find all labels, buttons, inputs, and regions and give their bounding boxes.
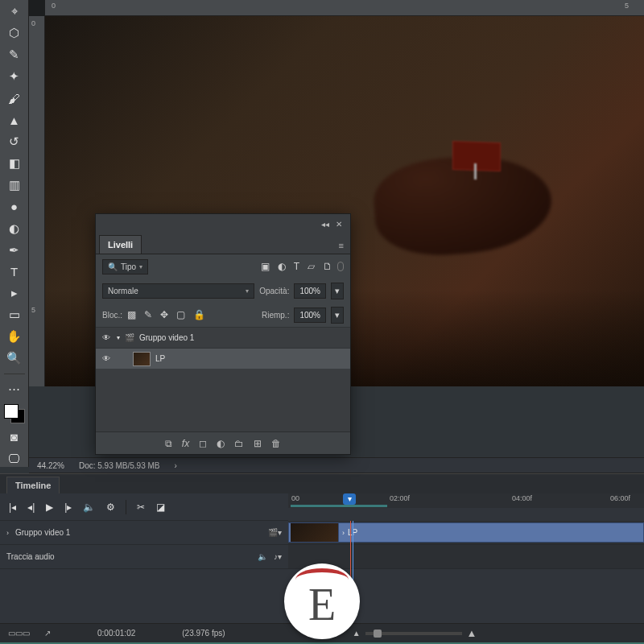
collapse-icon[interactable]: ◂◂ — [318, 220, 332, 229]
expand-track-icon[interactable]: › — [6, 529, 9, 537]
mountain-large-icon: ▲ — [467, 627, 477, 639]
timeline-zoom[interactable]: ▲ ▲ — [353, 627, 477, 639]
filter-shape-icon[interactable]: ▱ — [308, 261, 315, 272]
settings-icon[interactable]: ⚙ — [104, 500, 118, 514]
split-clip-icon[interactable]: ✂ — [134, 500, 147, 514]
go-start-icon[interactable]: |◂ — [6, 500, 19, 514]
path-select-icon[interactable]: ▸ — [6, 285, 23, 302]
link-layers-icon[interactable]: ⧉ — [165, 438, 172, 449]
layer-mask-icon[interactable]: ◻ — [199, 438, 207, 449]
audio-track-icon[interactable]: ♪▾ — [274, 552, 282, 561]
clip-expand-icon[interactable]: › — [342, 529, 345, 537]
filter-type-dropdown[interactable]: 🔍 Tipo ▾ — [102, 259, 148, 275]
time-ruler[interactable]: 00 ▾ 02:00f 04:00f 06:00f — [288, 493, 644, 508]
filter-type-icon[interactable]: T — [294, 261, 299, 272]
quickmask-icon[interactable]: ◙ — [6, 428, 23, 445]
mute-icon[interactable]: 🔈 — [80, 500, 97, 514]
video-track[interactable]: › Gruppo video 1 🎬▾ › LP — [0, 521, 644, 545]
filter-smart-icon[interactable]: 🗋 — [323, 261, 332, 272]
opacity-value[interactable]: 100% — [294, 283, 326, 299]
layer-group-icon[interactable]: 🗀 — [234, 438, 244, 449]
gradient-icon[interactable]: ▥ — [6, 176, 23, 193]
stamp-icon[interactable]: ▲ — [6, 112, 23, 129]
layer-group-row[interactable]: 👁 ▾ 🎬 Gruppo video 1 — [96, 327, 350, 348]
group-name: Gruppo video 1 — [139, 333, 194, 342]
panel-header[interactable]: ◂◂ ✕ — [96, 214, 350, 233]
edit-toolbar-icon[interactable]: ⋯ — [6, 381, 23, 398]
filter-image-icon[interactable]: ▣ — [261, 261, 270, 272]
lock-position-icon[interactable]: ✥ — [160, 309, 168, 320]
video-group-icon: 🎬 — [125, 333, 134, 342]
tab-timeline[interactable]: Timeline — [6, 477, 60, 493]
export-icon[interactable]: ↗ — [44, 629, 51, 638]
ruler-tick: 0 — [31, 19, 35, 27]
mountain-small-icon: ▲ — [353, 629, 361, 638]
fill-value[interactable]: 100% — [294, 308, 326, 323]
play-icon[interactable]: ▶ — [43, 500, 56, 514]
lock-pixels-icon[interactable]: ▩ — [127, 309, 136, 320]
status-more-icon[interactable]: › — [175, 461, 177, 470]
time-tick: 04:00f — [512, 494, 532, 502]
visibility-icon[interactable]: 👁 — [101, 333, 112, 342]
lock-all-icon[interactable]: 🔒 — [193, 309, 205, 320]
layer-thumbnail[interactable] — [133, 352, 151, 366]
ruler-tick: 0 — [52, 2, 56, 10]
blur-icon[interactable]: ● — [6, 198, 23, 215]
zoom-level[interactable]: 44.22% — [37, 461, 64, 470]
blend-mode-dropdown[interactable]: Normale ▾ — [102, 283, 254, 299]
screenmode-icon[interactable]: 🖵 — [6, 450, 23, 467]
history-brush-icon[interactable]: ↺ — [6, 134, 23, 151]
layer-list: 👁 ▾ 🎬 Gruppo video 1 👁 LP — [96, 327, 350, 431]
color-swatches[interactable] — [4, 404, 25, 424]
transition-icon[interactable]: ◪ — [154, 500, 167, 514]
layers-panel: ◂◂ ✕ Livelli ≡ 🔍 Tipo ▾ ▣ ◐ T ▱ 🗋 Normal… — [95, 213, 351, 455]
hand-tool-icon[interactable]: ✋ — [6, 328, 23, 345]
prev-frame-icon[interactable]: ◂| — [25, 500, 37, 514]
crop-tool-icon[interactable]: ⌖ — [6, 3, 23, 20]
work-area-bar[interactable] — [291, 505, 387, 507]
visibility-icon[interactable]: 👁 — [101, 354, 112, 363]
filter-adjust-icon[interactable]: ◐ — [278, 261, 286, 272]
tab-layers[interactable]: Livelli — [99, 235, 142, 254]
close-icon[interactable]: ✕ — [332, 220, 345, 229]
clip-thumbnail — [291, 523, 339, 542]
pen-icon[interactable]: ✒ — [6, 242, 23, 258]
current-time[interactable]: 0:00:01:02 — [97, 629, 135, 638]
shape-tool-icon[interactable]: ▭ — [6, 307, 23, 324]
healing-brush-icon[interactable]: ✦ — [6, 68, 23, 85]
layer-name: LP — [155, 354, 165, 363]
zoom-tool-icon[interactable]: 🔍 — [6, 350, 23, 367]
horizontal-ruler: 0 5 — [45, 0, 644, 16]
panel-menu-icon[interactable]: ≡ — [332, 237, 350, 254]
dodge-icon[interactable]: ◐ — [6, 220, 23, 237]
chevron-down-icon[interactable]: ▾ — [117, 334, 120, 341]
playhead-marker[interactable]: ▾ — [343, 493, 356, 505]
ruler-tick: 5 — [31, 306, 35, 314]
lock-brush-icon[interactable]: ✎ — [144, 309, 152, 320]
next-frame-icon[interactable]: |▸ — [62, 500, 74, 514]
zoom-slider[interactable] — [365, 632, 462, 635]
lock-label: Bloc.: — [102, 311, 122, 320]
adjustment-layer-icon[interactable]: ◐ — [217, 438, 225, 449]
eraser-icon[interactable]: ◧ — [6, 155, 23, 171]
delete-layer-icon[interactable]: 🗑 — [271, 438, 281, 449]
fill-stepper[interactable]: ▾ — [331, 307, 344, 324]
lock-artboard-icon[interactable]: ▢ — [176, 309, 185, 320]
new-layer-icon[interactable]: ⊞ — [254, 438, 262, 449]
polygon-lasso-icon[interactable]: ⬡ — [6, 25, 23, 42]
layer-row[interactable]: 👁 LP — [96, 348, 350, 369]
video-clip[interactable]: › LP — [288, 522, 644, 543]
opacity-stepper[interactable]: ▾ — [331, 283, 344, 299]
fps-readout[interactable]: (23.976 fps) — [182, 629, 225, 638]
video-track-icon[interactable]: 🎬▾ — [268, 528, 282, 537]
frame-mode-icon[interactable]: ▭▭▭ — [8, 629, 30, 638]
panel-footer: ⧉ fx ◻ ◐ 🗀 ⊞ 🗑 — [96, 431, 350, 454]
type-tool-icon[interactable]: T — [6, 263, 23, 280]
eyedropper-icon[interactable]: ✎ — [6, 47, 23, 64]
brush-icon[interactable]: 🖌 — [6, 90, 23, 107]
filter-toggle[interactable] — [337, 262, 344, 271]
layer-fx-icon[interactable]: fx — [182, 438, 189, 449]
audio-mute-icon[interactable]: 🔈 — [258, 552, 267, 561]
chevron-down-icon: ▾ — [139, 263, 142, 270]
doc-size[interactable]: Doc: 5.93 MB/5.93 MB — [79, 461, 160, 470]
